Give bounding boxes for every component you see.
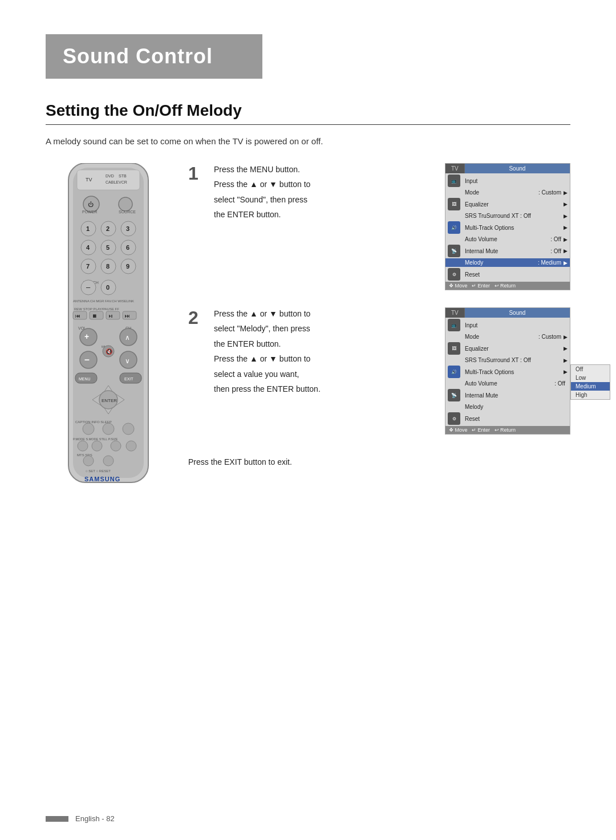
- svg-text:–: –: [86, 283, 91, 291]
- picture-icon: 🖼: [448, 198, 460, 210]
- step-2-row: 2 Press the ▲ or ▼ button to select "Mel…: [188, 307, 570, 435]
- channel-icon: 📡: [448, 245, 460, 257]
- svg-text:8: 8: [106, 263, 110, 270]
- svg-text:SAMSUNG: SAMSUNG: [84, 476, 120, 482]
- tv-menu-1-header: TV Sound: [445, 164, 570, 173]
- svg-text:EXIT: EXIT: [124, 377, 133, 381]
- menu2-setup-row: ⚙ Reset: [445, 411, 570, 426]
- svg-text:ENTER: ENTER: [102, 398, 117, 403]
- svg-text:SOURCE: SOURCE: [119, 210, 136, 214]
- svg-text:REW  STOP  PLAY/PAUSE  FF: REW STOP PLAY/PAUSE FF: [74, 307, 119, 311]
- svg-text:3: 3: [126, 225, 129, 232]
- svg-text:5: 5: [106, 244, 110, 251]
- menu1-mode-value: : Custom: [538, 189, 561, 196]
- input-icon-2: 📺: [448, 319, 460, 331]
- menu1-mode-label: Input: [465, 178, 568, 184]
- menu2-srs-row: SRS TruSurround XT : Off ▶: [445, 356, 570, 364]
- remote-svg: TV DVD STB CABLE VCR ⏻ POWER SOURCE 1 2: [51, 163, 165, 494]
- svg-text:STB: STB: [119, 174, 127, 178]
- tv-menu-2-wrapper: TV Sound 📺 Input Mode: [445, 307, 570, 435]
- svg-text:1: 1: [86, 225, 90, 232]
- menu2-footer-text: ❖ Move ↵ Enter ↩ Return: [449, 427, 516, 433]
- menu1-autovol-label: Auto Volume: [465, 236, 550, 242]
- svg-text:7: 7: [86, 263, 90, 270]
- exit-text: Press the EXIT button to exit.: [188, 457, 570, 466]
- svg-text:POWER: POWER: [82, 210, 97, 214]
- svg-text:VCR: VCR: [119, 180, 127, 184]
- svg-text:○ SET  ○ RESET: ○ SET ○ RESET: [86, 469, 111, 473]
- menu1-srs-row: SRS TruSurround XT : Off ▶: [445, 212, 570, 220]
- menu1-autovol-row: Auto Volume : Off ▶: [445, 235, 570, 244]
- svg-text:∧: ∧: [125, 334, 130, 342]
- svg-text:⏭: ⏭: [125, 313, 130, 319]
- menu1-setup-row: ⚙ Reset: [445, 267, 570, 282]
- svg-point-77: [126, 441, 136, 451]
- svg-point-72: [123, 423, 134, 435]
- menu1-picture-row: 🖼 Equalizer ▶: [445, 197, 570, 212]
- input-icon: 📺: [448, 175, 460, 187]
- menu2-autovol-row: Auto Volume : Off: [445, 379, 570, 388]
- svg-text:⏹: ⏹: [92, 313, 97, 319]
- page-footer: English - 82: [46, 814, 115, 823]
- menu2-channel-row: 📡 Internal Mute: [445, 388, 570, 403]
- svg-text:∨: ∨: [125, 357, 130, 365]
- step-1-text: Press the MENU button. Press the ▲ or ▼ …: [214, 163, 433, 224]
- menu1-mode-text: Mode: [465, 189, 538, 196]
- svg-text:MENU: MENU: [79, 377, 91, 381]
- svg-text:9: 9: [126, 263, 129, 270]
- submenu-dropdown: Off Low Medium High: [570, 364, 610, 400]
- step-2-text: Press the ▲ or ▼ button to select "Melod…: [214, 307, 433, 397]
- svg-point-80: [103, 456, 114, 466]
- menu1-mode-row: Mode : Custom ▶: [445, 188, 570, 197]
- svg-text:⏮: ⏮: [75, 313, 80, 319]
- step-1-row: 1 Press the MENU button. Press the ▲ or …: [188, 163, 570, 290]
- tv-menu-2: TV Sound 📺 Input Mode: [445, 307, 570, 435]
- svg-text:2: 2: [106, 225, 110, 232]
- svg-text:6: 6: [126, 244, 129, 251]
- tv-label-1: TV: [445, 164, 465, 173]
- svg-text:⏻: ⏻: [88, 201, 94, 208]
- menu1-input-row: 📺 Input: [445, 173, 570, 188]
- step-1-number: 1: [188, 164, 202, 182]
- menu1-mute-label: Internal Mute: [465, 248, 550, 254]
- svg-text:🔇: 🔇: [106, 348, 113, 355]
- svg-point-79: [83, 456, 94, 466]
- menu1-equalizer-label: Equalizer: [465, 201, 564, 208]
- menu1-multitrack-label: Multi-Track Options: [465, 225, 564, 231]
- channel-icon-2: 📡: [448, 389, 460, 401]
- menu2-picture-row: 🖼 Equalizer ▶: [445, 341, 570, 356]
- svg-text:–: –: [84, 355, 90, 364]
- section-title: Setting the On/Off Melody: [46, 102, 570, 125]
- menu2-mode-row: Mode : Custom ▶: [445, 332, 570, 341]
- menu1-autovol-value: : Off: [550, 236, 561, 242]
- sound-icon: 🔊: [448, 221, 460, 234]
- setup-icon-2: ⚙: [448, 412, 460, 425]
- svg-text:P.MODE S.MODE STILL  P.SIZE: P.MODE S.MODE STILL P.SIZE: [73, 437, 118, 441]
- svg-point-71: [103, 423, 114, 435]
- menu2-input-row: 📺 Input: [445, 318, 570, 332]
- svg-text:DVD: DVD: [106, 174, 114, 178]
- step-2-number: 2: [188, 309, 202, 327]
- svg-point-11: [119, 197, 132, 211]
- svg-text:TV: TV: [86, 177, 92, 182]
- picture-icon-2: 🖼: [448, 342, 460, 355]
- menu1-srs-label: SRS TruSurround XT : Off: [465, 213, 564, 219]
- sound-tab-2: Sound: [465, 308, 570, 318]
- svg-point-75: [92, 441, 102, 451]
- sound-tab-1: Sound: [465, 164, 570, 173]
- tv-label-2: TV: [445, 308, 465, 318]
- header-banner: Sound Control: [46, 34, 262, 79]
- tv-menu-1: TV Sound 📺 Input Mode: [445, 163, 570, 290]
- svg-point-70: [83, 423, 94, 435]
- remote-control: TV DVD STB CABLE VCR ⏻ POWER SOURCE 1 2: [46, 163, 171, 494]
- svg-point-74: [78, 441, 88, 451]
- svg-text:ANTENNA CH MGR FAV.CH WISELINK: ANTENNA CH MGR FAV.CH WISELINK: [73, 299, 134, 303]
- svg-text:+: +: [84, 332, 89, 341]
- submenu-medium: Medium: [571, 382, 610, 391]
- sound-icon-2: 🔊: [448, 366, 460, 378]
- svg-text:⏯: ⏯: [108, 313, 114, 319]
- setup-icon: ⚙: [448, 268, 460, 281]
- main-content: TV DVD STB CABLE VCR ⏻ POWER SOURCE 1 2: [46, 163, 570, 494]
- menu2-sound-row: 🔊 Multi-Track Options ▶: [445, 364, 570, 379]
- menu1-melody-value: : Medium: [538, 259, 561, 266]
